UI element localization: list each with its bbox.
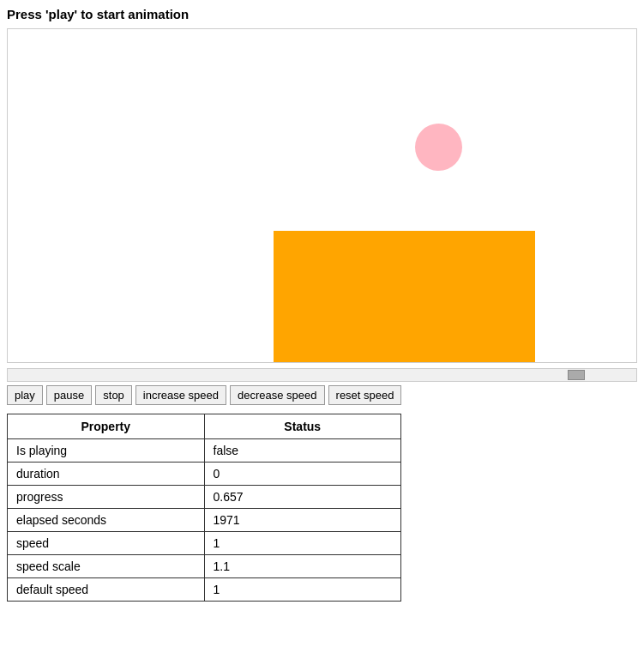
reset-speed-button[interactable]: reset speed [328, 385, 402, 405]
decrease-speed-button[interactable]: decrease speed [230, 385, 325, 405]
play-button[interactable]: play [7, 385, 43, 405]
property-cell: elapsed seconds [8, 509, 205, 532]
pause-button[interactable]: pause [46, 385, 92, 405]
table-body: Is playingfalseduration0progress0.657ela… [8, 439, 401, 602]
status-cell: 1 [204, 532, 401, 555]
property-cell: speed [8, 532, 205, 555]
status-cell: 1 [204, 578, 401, 602]
status-cell: 0 [204, 463, 401, 486]
scrollbar[interactable] [7, 368, 637, 382]
animation-canvas [7, 28, 637, 363]
table-row: speed1 [8, 532, 401, 555]
pink-circle [415, 124, 462, 171]
page-title: Press 'play' to start animation [7, 7, 637, 21]
increase-speed-button[interactable]: increase speed [135, 385, 226, 405]
col-property-header: Property [8, 414, 205, 439]
status-cell: 1.1 [204, 555, 401, 578]
property-cell: duration [8, 463, 205, 486]
status-cell: 1971 [204, 509, 401, 532]
table-row: default speed1 [8, 578, 401, 602]
status-cell: false [204, 439, 401, 463]
property-cell: speed scale [8, 555, 205, 578]
table-row: duration0 [8, 463, 401, 486]
property-cell: progress [8, 486, 205, 509]
col-status-header: Status [204, 414, 401, 439]
status-cell: 0.657 [204, 486, 401, 509]
status-table: Property Status Is playingfalseduration0… [7, 414, 401, 602]
stop-button[interactable]: stop [95, 385, 132, 405]
table-row: speed scale1.1 [8, 555, 401, 578]
table-row: Is playingfalse [8, 439, 401, 463]
controls-bar: play pause stop increase speed decrease … [7, 385, 637, 405]
property-cell: Is playing [8, 439, 205, 463]
table-row: progress0.657 [8, 486, 401, 509]
orange-rectangle [274, 231, 535, 363]
table-row: elapsed seconds1971 [8, 509, 401, 532]
property-cell: default speed [8, 578, 205, 602]
scrollbar-thumb[interactable] [568, 370, 585, 380]
